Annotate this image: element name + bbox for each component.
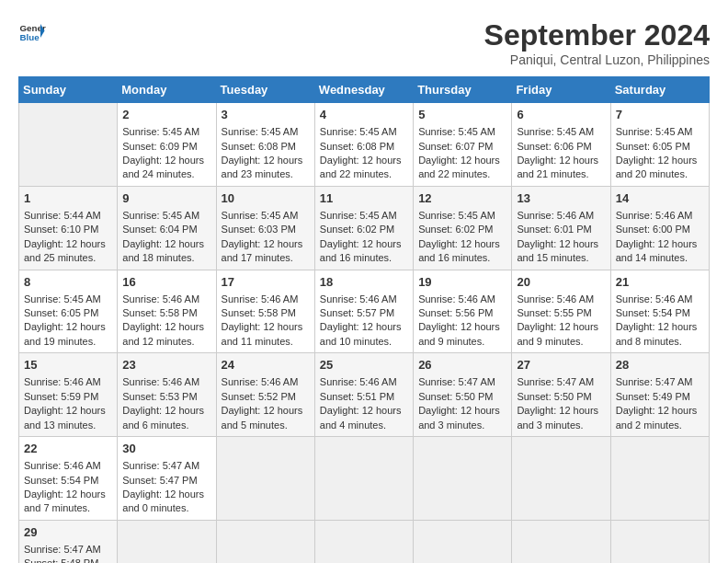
day-info: Sunrise: 5:46 AM (418, 293, 506, 306)
day-info: Sunrise: 5:45 AM (24, 293, 112, 306)
day-info: Daylight: 12 hours (320, 404, 408, 418)
day-info: Sunrise: 5:46 AM (320, 375, 408, 389)
day-info: Sunset: 6:01 PM (517, 223, 605, 236)
calendar-cell: 21Sunrise: 5:46 AMSunset: 5:54 PMDayligh… (610, 270, 709, 353)
day-info: Daylight: 12 hours (24, 320, 112, 334)
day-info: Sunrise: 5:47 AM (122, 459, 210, 473)
calendar-cell: 17Sunrise: 5:46 AMSunset: 5:58 PMDayligh… (216, 270, 314, 353)
day-info: and 24 minutes. (122, 167, 210, 181)
day-info: Daylight: 12 hours (122, 488, 210, 501)
calendar-week-6: 29Sunrise: 5:47 AMSunset: 5:48 PMDayligh… (19, 520, 710, 563)
day-number: 20 (517, 274, 605, 291)
calendar-cell (414, 520, 512, 563)
calendar-cell: 20Sunrise: 5:46 AMSunset: 5:55 PMDayligh… (512, 270, 610, 353)
day-header-friday: Friday (512, 77, 610, 103)
day-header-wednesday: Wednesday (314, 77, 413, 103)
day-number: 24 (222, 357, 310, 373)
calendar-cell: 16Sunrise: 5:46 AMSunset: 5:58 PMDayligh… (118, 270, 216, 353)
day-info: Daylight: 12 hours (222, 320, 310, 334)
calendar-cell: 9Sunrise: 5:45 AMSunset: 6:04 PMDaylight… (118, 186, 216, 270)
day-info: and 15 minutes. (517, 251, 605, 265)
day-info: Sunrise: 5:46 AM (517, 209, 605, 223)
day-number: 10 (222, 190, 310, 207)
day-info: Sunrise: 5:45 AM (320, 125, 408, 139)
day-info: and 13 minutes. (24, 419, 112, 432)
day-info: Sunset: 5:59 PM (24, 390, 112, 404)
day-info: Sunset: 6:02 PM (320, 223, 408, 236)
day-info: Daylight: 12 hours (616, 320, 704, 334)
calendar-cell: 29Sunrise: 5:47 AMSunset: 5:48 PMDayligh… (19, 520, 118, 563)
day-header-thursday: Thursday (414, 77, 512, 103)
day-info: and 20 minutes. (616, 167, 704, 181)
day-number: 3 (222, 107, 310, 123)
day-info: and 9 minutes. (418, 335, 506, 349)
calendar-cell: 8Sunrise: 5:45 AMSunset: 6:05 PMDaylight… (19, 270, 118, 353)
day-info: Sunset: 6:06 PM (517, 140, 605, 154)
day-number: 2 (122, 107, 210, 123)
day-info: Sunset: 5:48 PM (24, 557, 112, 563)
calendar-cell (610, 520, 709, 563)
day-number: 30 (122, 441, 210, 457)
calendar-cell (314, 437, 413, 521)
calendar-cell: 4Sunrise: 5:45 AMSunset: 6:08 PMDaylight… (314, 103, 413, 187)
day-info: Daylight: 12 hours (616, 237, 704, 251)
day-number: 8 (24, 274, 112, 291)
day-number: 4 (320, 107, 408, 123)
day-info: Sunset: 6:03 PM (222, 223, 310, 236)
calendar-cell: 2Sunrise: 5:45 AMSunset: 6:09 PMDaylight… (118, 103, 216, 187)
day-info: and 25 minutes. (24, 251, 112, 265)
title-section: September 2024 Paniqui, Central Luzon, P… (484, 18, 710, 67)
day-number: 7 (616, 107, 704, 123)
calendar-cell (216, 437, 314, 521)
calendar-cell: 14Sunrise: 5:46 AMSunset: 6:00 PMDayligh… (610, 186, 709, 270)
day-info: and 18 minutes. (122, 251, 210, 265)
day-number: 9 (122, 190, 210, 207)
calendar-cell: 27Sunrise: 5:47 AMSunset: 5:50 PMDayligh… (512, 353, 610, 437)
page-subtitle: Paniqui, Central Luzon, Philippines (484, 52, 710, 67)
calendar-cell: 23Sunrise: 5:46 AMSunset: 5:53 PMDayligh… (118, 353, 216, 437)
day-number: 13 (517, 190, 605, 207)
page-title: September 2024 (484, 18, 710, 52)
calendar-cell: 13Sunrise: 5:46 AMSunset: 6:01 PMDayligh… (512, 186, 610, 270)
calendar-cell: 6Sunrise: 5:45 AMSunset: 6:06 PMDaylight… (512, 103, 610, 187)
day-number: 26 (418, 357, 506, 373)
day-info: Sunset: 5:54 PM (24, 474, 112, 488)
day-number: 1 (24, 190, 112, 207)
day-number: 15 (24, 357, 112, 373)
day-info: Sunrise: 5:46 AM (517, 293, 605, 306)
day-info: Daylight: 12 hours (24, 488, 112, 501)
calendar-cell: 30Sunrise: 5:47 AMSunset: 5:47 PMDayligh… (118, 437, 216, 521)
day-number: 29 (24, 524, 112, 541)
day-info: Sunrise: 5:45 AM (320, 209, 408, 223)
day-info: Sunrise: 5:46 AM (122, 375, 210, 389)
day-info: Sunrise: 5:47 AM (616, 375, 704, 389)
day-info: and 14 minutes. (616, 251, 704, 265)
day-info: Sunrise: 5:46 AM (616, 209, 704, 223)
day-info: Sunrise: 5:46 AM (616, 293, 704, 306)
day-info: Daylight: 12 hours (320, 320, 408, 334)
day-info: and 11 minutes. (222, 335, 310, 349)
day-info: Sunset: 5:56 PM (418, 306, 506, 320)
calendar-cell (512, 437, 610, 521)
day-number: 25 (320, 357, 408, 373)
calendar-cell (610, 437, 709, 521)
day-number: 6 (517, 107, 605, 123)
day-number: 27 (517, 357, 605, 373)
day-info: and 0 minutes. (122, 501, 210, 515)
day-info: Sunrise: 5:45 AM (418, 209, 506, 223)
day-info: Sunrise: 5:46 AM (24, 459, 112, 473)
logo: General Blue (18, 18, 46, 46)
day-info: and 19 minutes. (24, 335, 112, 349)
day-info: Sunset: 5:52 PM (222, 390, 310, 404)
calendar-week-3: 8Sunrise: 5:45 AMSunset: 6:05 PMDaylight… (19, 270, 710, 353)
day-info: and 10 minutes. (320, 335, 408, 349)
calendar-cell: 19Sunrise: 5:46 AMSunset: 5:56 PMDayligh… (414, 270, 512, 353)
calendar-cell: 7Sunrise: 5:45 AMSunset: 6:05 PMDaylight… (610, 103, 709, 187)
day-info: Sunrise: 5:46 AM (222, 375, 310, 389)
calendar-cell: 18Sunrise: 5:46 AMSunset: 5:57 PMDayligh… (314, 270, 413, 353)
day-info: Daylight: 12 hours (517, 237, 605, 251)
day-info: Sunrise: 5:45 AM (122, 209, 210, 223)
day-info: Daylight: 12 hours (616, 404, 704, 418)
svg-text:Blue: Blue (20, 32, 40, 42)
calendar-cell (414, 437, 512, 521)
